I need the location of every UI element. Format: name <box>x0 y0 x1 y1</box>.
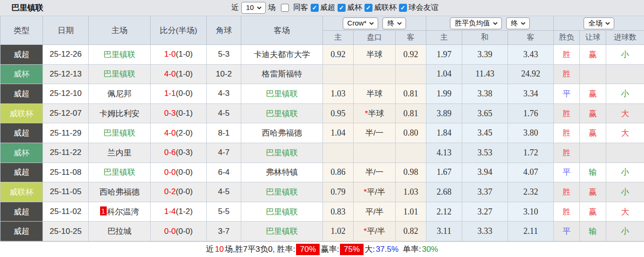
col-header-corner: 角球 <box>207 16 241 45</box>
odds-away: 1.03 <box>396 182 426 202</box>
away-team: 弗林特镇 <box>241 163 323 182</box>
avg-odds-home: 1.97 <box>426 45 462 65</box>
fulltime-score: 1-1 <box>164 89 176 98</box>
home-team-name[interactable]: 卡姆比利安 <box>100 109 140 118</box>
score: 0-0(0-0) <box>151 222 207 241</box>
col-header-odds-away: 客 <box>396 31 426 45</box>
handicap: *半球 <box>354 103 396 123</box>
avg-odds-away: 3.43 <box>508 45 554 65</box>
handicap: 半球 <box>354 45 396 65</box>
same-opponent-checkbox[interactable] <box>281 4 289 12</box>
fulltime-score: 4-0 <box>164 69 176 78</box>
away-team-name[interactable]: 西哈弗福德 <box>262 128 302 137</box>
home-team-name[interactable]: 巴里镇联 <box>103 168 136 177</box>
odds-time-value: 终 <box>387 19 394 27</box>
corners: 10-2 <box>207 64 241 84</box>
away-team-name[interactable]: 巴里镇联 <box>266 227 298 236</box>
away-team-name[interactable]: 卡迪夫都市大学 <box>254 50 310 59</box>
avg-odds-home: 1.99 <box>426 84 462 104</box>
home-team-name[interactable]: 巴拉城 <box>108 227 132 236</box>
summary-prefix: 近 <box>206 244 214 255</box>
odds-home: 1.02 <box>323 222 354 241</box>
home-team: 卡姆比利安 <box>89 103 151 123</box>
halftime-score: (0-0) <box>176 89 193 98</box>
away-team: 卡迪夫都市大学 <box>241 45 323 65</box>
odds-home: 0.79 <box>323 182 354 202</box>
corners: 6-4 <box>207 163 241 182</box>
avg-odds-home: 3.89 <box>426 103 462 123</box>
home-team: 巴里镇联 <box>89 64 151 84</box>
odds-home: 1.03 <box>323 84 354 104</box>
home-team-name[interactable]: 巴里镇联 <box>103 50 136 59</box>
odds-time-select[interactable]: 终 <box>382 17 406 29</box>
avg-odds-home: 4.13 <box>426 143 462 163</box>
goals-result: 小 <box>606 222 644 241</box>
recent-label: 近 <box>231 3 239 13</box>
score: 0-3(0-1) <box>151 103 207 123</box>
league-filter-checkbox-wc[interactable]: ✓ <box>311 4 319 12</box>
recent-count-select[interactable]: 10 <box>241 2 266 14</box>
league-filter-checkbox-wlb[interactable]: ✓ <box>364 4 373 12</box>
avg-type-value: 胜平负均值 <box>455 19 490 27</box>
result-scope-select[interactable]: 全场 <box>584 17 614 29</box>
odds-home: 0.86 <box>323 163 354 182</box>
away-team-name[interactable]: 巴里镇联 <box>266 207 298 216</box>
col-header-type: 类型 <box>0 16 43 45</box>
col-header-avg-draw: 和 <box>462 31 508 45</box>
away-team-name[interactable]: 巴里镇联 <box>266 188 298 197</box>
home-team: 巴拉城 <box>89 222 151 241</box>
fulltime-score: 0-0 <box>164 227 176 236</box>
avg-odds-draw: 3.38 <box>462 84 508 104</box>
league-badge: 威联杯 <box>0 103 43 123</box>
odds-away: 0.81 <box>396 84 426 104</box>
matches-label: 场 <box>268 3 276 13</box>
league-badge: 威超 <box>0 45 43 65</box>
home-team: 佩尼邦 <box>89 84 151 104</box>
handicap-result <box>580 64 606 84</box>
avg-group-header: 胜平负均值 终 <box>426 16 554 31</box>
avg-odds-draw: 3.39 <box>462 45 508 65</box>
avg-odds-draw: 3.94 <box>462 163 508 182</box>
odds-away: 0.82 <box>396 222 426 241</box>
match-row: 威联杯 25-11-05 西哈弗福德 0-2(0-0) 4-5 巴里镇联 0.7… <box>0 182 644 202</box>
col-header-away: 客场 <box>241 16 323 45</box>
result: 胜 <box>554 64 580 84</box>
chevron-down-icon <box>605 22 610 25</box>
fulltime-score: 1-4 <box>164 207 176 216</box>
avg-time-select[interactable]: 终 <box>506 17 530 29</box>
fulltime-score: 0-2 <box>164 187 176 196</box>
away-team-name[interactable]: 弗林特镇 <box>266 168 298 177</box>
home-team-name[interactable]: 兰内里 <box>108 148 132 157</box>
recent-count-value: 10 <box>246 3 254 12</box>
home-team-name[interactable]: 科尔温湾 <box>107 207 139 216</box>
handicap-result: 赢 <box>580 123 606 143</box>
away-team-name[interactable]: 格雷斯福特 <box>262 69 302 78</box>
halftime-score: (1-2) <box>176 207 193 216</box>
home-team-name[interactable]: 西哈弗福德 <box>100 188 140 197</box>
odds-away <box>396 143 426 163</box>
home-team-name[interactable]: 佩尼邦 <box>108 89 132 98</box>
home-team: 1科尔温湾 <box>89 202 151 222</box>
home-team-name[interactable]: 巴里镇联 <box>103 69 136 78</box>
odds-company-select[interactable]: Crow* <box>343 17 379 29</box>
league-filter-checkbox-friendly[interactable]: ✓ <box>399 4 407 12</box>
match-date: 25-10-25 <box>43 222 89 241</box>
odds-away: 1.01 <box>396 202 426 222</box>
home-team-name[interactable]: 巴里镇联 <box>103 128 136 137</box>
rank-badge: 1 <box>100 206 107 215</box>
league-filter-checkbox-wb[interactable]: ✓ <box>338 4 346 12</box>
home-team: 兰内里 <box>89 143 151 163</box>
col-header-avg-away: 客 <box>508 31 554 45</box>
halftime-score: (1-0) <box>176 50 193 59</box>
avg-type-select[interactable]: 胜平负均值 <box>450 17 502 29</box>
goals-result: 小 <box>606 163 644 182</box>
away-team-name[interactable]: 巴里镇联 <box>266 109 298 118</box>
col-header-handicap-result: 让球 <box>580 31 606 45</box>
avg-odds-home: 2.12 <box>426 202 462 222</box>
away-team-name[interactable]: 巴里镇联 <box>266 89 298 98</box>
handicap-text: 半/一 <box>365 168 384 177</box>
avg-odds-away: 3.10 <box>508 202 554 222</box>
odds-away: 0.81 <box>396 103 426 123</box>
away-team-name[interactable]: 巴里镇联 <box>266 148 298 157</box>
corners: 8-1 <box>207 123 241 143</box>
